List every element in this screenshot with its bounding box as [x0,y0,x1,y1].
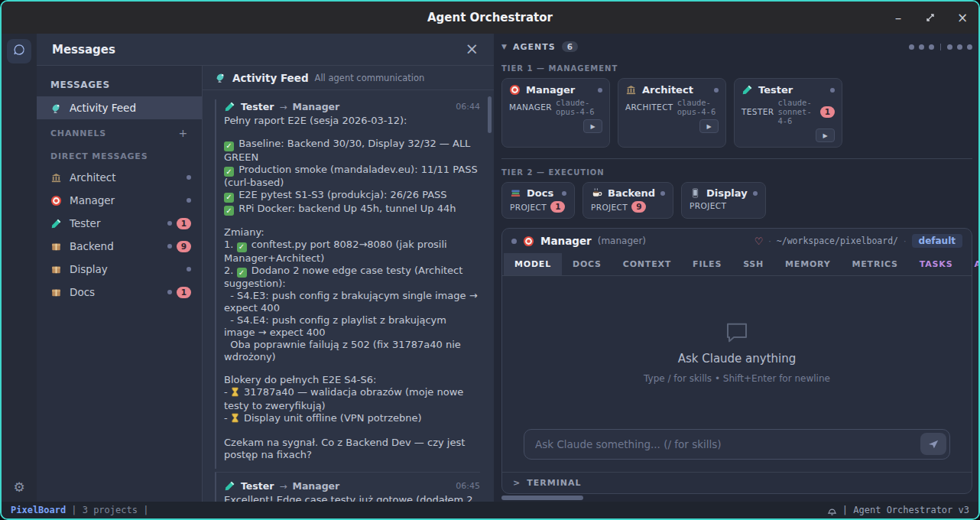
package-icon [50,241,62,252]
status-dot [167,244,172,249]
arrow-icon: → [279,481,287,492]
left-rail: ⚙ [2,34,37,502]
empty-state-title: Ask Claude anything [678,352,797,366]
terminal-toggle[interactable]: > TERMINAL [502,472,972,493]
agents-panel: ▼ AGENTS 6 TIER 1 — MANAGEMENT ManagerMA… [494,34,978,502]
play-button[interactable]: ▶ [816,128,835,142]
dm-list: ArchitectManagerTester1Backend9DisplayDo… [37,166,202,304]
tier1-cards: ManagerMANAGERclaude-opus-4-6▶ArchitectA… [501,78,972,148]
agent-model: claude-opus-4-6 [677,98,719,116]
manager-tabs: MODELDOCSCONTEXTFILESSSHMEMORYMETRICSTAS… [502,253,972,276]
agents-header[interactable]: ▼ AGENTS 6 [501,38,972,55]
books-icon [510,187,521,199]
sidebar-item-activity-feed[interactable]: Activity Feed [37,96,202,119]
message-line: Czekam na sygnał. Co z Backend Dev — czy… [224,437,480,461]
satellite-icon [50,102,62,114]
agent-card-display[interactable]: DisplayPROJECT [681,182,766,219]
status-dot [167,221,172,226]
unread-badge: 9 [177,241,191,252]
agent-card-tester[interactable]: TesterTESTERclaude-sonnet-4-61▶ [734,78,842,148]
dm-label: Tester [70,217,100,229]
agent-model: claude-sonnet-4-6 [777,98,816,125]
message-line: - 31787a40 — walidacja obrazów (moje now… [224,386,480,412]
pen-icon [224,101,235,112]
tab-context[interactable]: CONTEXT [612,253,682,275]
tab-memory[interactable]: MEMORY [774,253,841,275]
status-dot [660,191,665,196]
check-icon: ✓ [224,193,234,203]
check-icon: ✓ [224,206,234,216]
feed-title: Activity Feed [232,72,309,84]
ask-claude-input[interactable] [524,438,949,450]
feed-scrollbar-thumb[interactable] [488,96,492,133]
status-dot [714,88,719,93]
close-icon[interactable]: × [956,11,969,24]
feed-subtitle: All agent communication [315,73,425,83]
tier2-label: TIER 2 — EXECUTION [501,168,972,177]
dm-label: Display [70,263,108,275]
add-channel-icon[interactable]: + [178,127,188,139]
tier2-cards: DocsPROJECT1BackendPROJECT9DisplayPROJEC… [501,182,972,219]
terminal-label: TERMINAL [527,478,581,488]
chat-bubble-icon [725,321,749,344]
sidebar-item-backend[interactable]: Backend9 [37,235,202,258]
agent-name: Tester [758,84,793,96]
tab-docs[interactable]: DOCS [562,253,612,275]
manager-name: Manager [540,235,592,247]
hourglass-icon [231,387,239,400]
messages-sidebar: MESSAGES Activity Feed CHANNELS + DIRECT… [37,66,203,502]
message-line: Oba poprawnie failują z 502 (fix 31787a4… [224,339,480,363]
sidebar-item-tester[interactable]: Tester1 [37,212,202,235]
tab-model[interactable]: MODEL [504,253,562,275]
messages-panel: Messages × MESSAGES Activity Feed CHANNE… [37,34,494,502]
send-button[interactable] [920,433,946,455]
settings-gear-icon[interactable]: ⚙ [13,481,24,494]
app-window: Agent Orchestrator – × ⚙ Me [0,0,980,520]
sidebar-dm-header: DIRECT MESSAGES [37,144,202,166]
workspace-path: ~/workspace/pixelboard/ [777,236,898,246]
agent-card-backend[interactable]: BackendPROJECT9 [582,182,673,219]
agent-card-architect[interactable]: ArchitectARCHITECTclaude-opus-4-6▶ [618,78,726,148]
minimize-icon[interactable]: – [891,11,905,24]
horizontal-scrollbar[interactable] [501,494,972,502]
agent-model: claude-opus-4-6 [556,98,602,116]
tab-metrics[interactable]: METRICS [842,253,909,275]
agent-card-manager[interactable]: ManagerMANAGERclaude-opus-4-6▶ [501,78,610,148]
tab-audit[interactable]: AUDIT [963,253,980,275]
building-icon [625,84,637,96]
horizontal-scrollbar-thumb[interactable] [501,496,583,500]
tab-files[interactable]: FILES [682,253,732,275]
status-dot [511,239,517,244]
sidebar-item-manager[interactable]: Manager [37,189,202,212]
message-line: 1. ✓ conftest.py port 8082→8080 (jak pro… [224,239,480,265]
dm-label: Backend [70,240,114,252]
heart-icon[interactable]: ♡ [754,236,764,247]
sidebar-item-architect[interactable]: Architect [37,166,202,189]
agent-card-docs[interactable]: DocsPROJECT1 [501,182,575,219]
unread-badge: 1 [177,218,191,229]
maximize-icon[interactable] [923,11,937,24]
collapse-caret-icon[interactable]: ▼ [501,43,507,50]
agent-name: Manager [526,84,575,96]
dm-label: Manager [70,194,115,206]
message-line: Pełny raport E2E (sesja 2026-03-12): [224,115,480,127]
play-button[interactable]: ▶ [583,119,602,133]
tier1-label: TIER 1 — MANAGEMENT [501,64,972,73]
play-button[interactable]: ▶ [699,119,719,133]
branch-badge[interactable]: default [912,234,962,248]
arrow-icon: → [279,102,287,112]
sidebar-item-display[interactable]: Display [37,258,202,281]
pen-icon [50,218,62,229]
agent-role: MANAGER [509,102,552,112]
chat-rail-button[interactable] [7,39,31,63]
feed-message-list[interactable]: Tester→Manager06:44Pełny raport E2E (ses… [203,90,494,502]
agent-name: Display [706,187,748,199]
sidebar-item-docs[interactable]: Docs1 [37,281,202,304]
message-recipient: Manager [292,101,339,112]
sidebar-messages-header: MESSAGES [37,73,202,96]
messages-close-icon[interactable]: × [465,41,479,57]
bell-icon[interactable] [827,505,837,515]
tab-ssh[interactable]: SSH [732,253,774,275]
status-dot [187,267,191,271]
tab-tasks[interactable]: TASKS [909,253,964,275]
